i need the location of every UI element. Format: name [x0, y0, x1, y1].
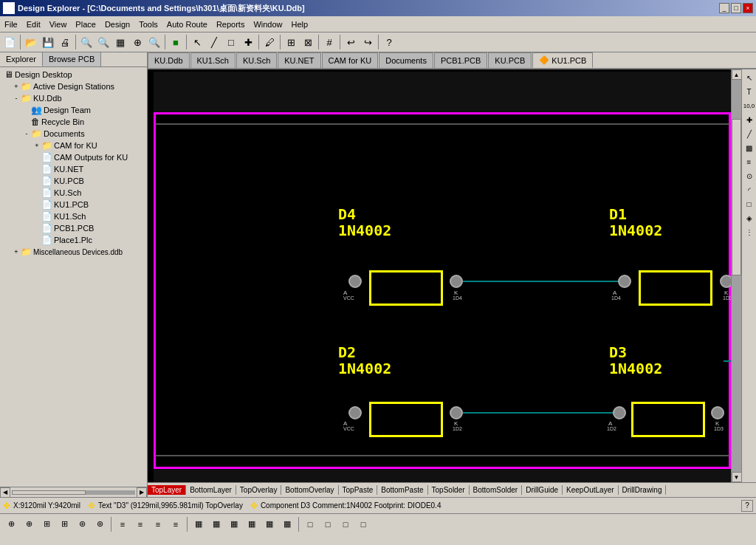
tb-redo[interactable]: ↪ — [360, 34, 376, 50]
bt-btn-8[interactable]: ≡ — [132, 516, 148, 532]
tb-paint[interactable]: 🖊 — [261, 34, 278, 50]
rt-btn-arc[interactable]: ◜ — [743, 183, 756, 196]
rt-btn-scale[interactable]: 10,0 — [743, 99, 756, 112]
tab-browse-pcb[interactable]: Browse PCB — [43, 52, 101, 66]
tree-cam-for-ku[interactable]: + 📁 CAM for KU — [1, 140, 145, 151]
tree-misc-devices[interactable]: + 📁 Miscellaneous Devices.ddb — [1, 246, 145, 258]
bt-btn-19[interactable]: □ — [337, 516, 354, 532]
tab-documents[interactable]: Documents — [379, 52, 433, 68]
tb-green[interactable]: ■ — [168, 34, 184, 50]
tab-ku-sch[interactable]: KU.Sch — [236, 52, 277, 68]
tree-design-team[interactable]: 👥 Design Team — [1, 104, 145, 116]
layer-toplayer[interactable]: TopLayer — [148, 485, 186, 495]
tree-recycle-bin[interactable]: 🗑 Recycle Bin — [1, 116, 145, 128]
tb-search2[interactable]: 🔍 — [95, 34, 111, 50]
tb-ic1[interactable]: ⊞ — [283, 34, 299, 50]
tree-pcb1[interactable]: 📄 PCB1.PCB — [1, 222, 145, 234]
bt-btn-15[interactable]: ▦ — [261, 516, 278, 532]
menu-tools[interactable]: Tools — [134, 18, 162, 30]
tree-active-stations[interactable]: + 📁 Active Design Stations — [1, 80, 145, 92]
tab-ku1-pcb[interactable]: 🔶 KU1.PCB — [532, 52, 593, 68]
rt-btn-lines[interactable]: ≡ — [743, 155, 756, 168]
bt-btn-5[interactable]: ⊛ — [74, 516, 90, 532]
menu-window[interactable]: Window — [249, 18, 286, 30]
bt-btn-18[interactable]: □ — [320, 516, 336, 532]
scroll-left-btn[interactable]: ◀ — [0, 487, 10, 498]
scroll-right-btn[interactable]: ▶ — [137, 487, 147, 498]
tb-undo[interactable]: ↩ — [343, 34, 359, 50]
tab-ku1-sch[interactable]: KU1.Sch — [190, 52, 236, 68]
tb-cross[interactable]: ✚ — [240, 34, 256, 50]
tab-cam-for-ku[interactable]: CAM for KU — [322, 52, 379, 68]
rt-btn-fill[interactable]: ▩ — [743, 141, 756, 154]
tb-help[interactable]: ? — [381, 34, 397, 50]
bt-btn-6[interactable]: ⊛ — [92, 516, 108, 532]
layer-topoverlay[interactable]: TopOverlay — [236, 485, 282, 495]
bt-btn-12[interactable]: ▦ — [208, 516, 224, 532]
pcb-canvas[interactable]: D41N4002 A VCC K 1D4 D11N40 — [148, 69, 741, 482]
tree-ku-ddb[interactable]: - 📁 KU.Ddb — [1, 92, 145, 104]
bt-btn-16[interactable]: ▦ — [279, 516, 295, 532]
menu-help[interactable]: Help — [287, 18, 313, 30]
rt-btn-t[interactable]: T — [743, 85, 756, 98]
maximize-button[interactable]: □ — [731, 3, 741, 13]
bt-btn-17[interactable]: □ — [302, 516, 318, 532]
left-scroll-track[interactable] — [12, 490, 135, 495]
menu-view[interactable]: View — [45, 18, 72, 30]
layer-toppaste[interactable]: TopPaste — [339, 485, 378, 495]
tree-cam-outputs[interactable]: 📄 CAM Outputs for KU — [1, 151, 145, 163]
menu-design[interactable]: Design — [100, 18, 134, 30]
menu-file[interactable]: File — [0, 18, 22, 30]
vscroll-track[interactable] — [732, 80, 741, 472]
close-button[interactable]: × — [743, 3, 753, 13]
layer-bottomsolder[interactable]: BottomSolder — [470, 485, 523, 495]
bt-btn-20[interactable]: □ — [355, 516, 371, 532]
layer-bottompaste[interactable]: BottomPaste — [377, 485, 427, 495]
tree-ku-pcb[interactable]: 📄 KU.PCB — [1, 175, 145, 187]
layer-drilldrawing[interactable]: DrillDrawing — [619, 485, 667, 495]
tree-ku1-pcb[interactable]: 📄 KU1.PCB — [1, 199, 145, 210]
tb-new[interactable]: 📄 — [1, 34, 18, 50]
tab-ku-net[interactable]: KU.NET — [278, 52, 320, 68]
tb-print[interactable]: 🖨 — [57, 34, 73, 50]
vscroll-thumb[interactable] — [732, 119, 741, 275]
scroll-up-btn[interactable]: ▲ — [732, 69, 742, 80]
scroll-down-btn[interactable]: ▼ — [732, 472, 742, 482]
left-scroll-thumb[interactable] — [12, 490, 86, 495]
left-hscroll[interactable]: ◀ ▶ — [0, 487, 147, 497]
tab-explorer[interactable]: Explorer — [0, 52, 43, 66]
tree-ku-net[interactable]: 📄 KU.NET — [1, 163, 145, 175]
layer-keepoutlayer[interactable]: KeepOutLayer — [563, 485, 619, 495]
tree-documents[interactable]: - 📁 Documents — [1, 128, 145, 140]
rt-btn-diamond[interactable]: ◈ — [743, 211, 756, 224]
bt-btn-1[interactable]: ⊕ — [3, 516, 19, 532]
tb-save[interactable]: 💾 — [40, 34, 56, 50]
vertical-scrollbar[interactable]: ▲ ▼ — [731, 69, 741, 482]
rt-btn-circle[interactable]: ⊙ — [743, 169, 756, 182]
tab-ku-pcb[interactable]: KU.PCB — [488, 52, 532, 68]
tb-arrow[interactable]: ↖ — [189, 34, 205, 50]
tb-ic2[interactable]: ⊠ — [300, 34, 316, 50]
rt-btn-diag[interactable]: ╱ — [743, 127, 756, 140]
tree-ku1-sch[interactable]: 📄 KU1.Sch — [1, 210, 145, 222]
rt-btn-cross[interactable]: ✚ — [743, 113, 756, 126]
title-bar-controls[interactable]: _ □ × — [719, 3, 753, 13]
bt-btn-9[interactable]: ≡ — [150, 516, 166, 532]
bt-btn-2[interactable]: ⊕ — [21, 516, 37, 532]
rt-btn-rect[interactable]: □ — [743, 197, 756, 210]
tree-ku-sch[interactable]: 📄 KU.Sch — [1, 187, 145, 199]
layer-drillguide[interactable]: DrillGuide — [522, 485, 563, 495]
layer-bottomlayer[interactable]: BottomLayer — [186, 485, 236, 495]
rt-btn-dots[interactable]: ⋮ — [743, 225, 756, 239]
bt-btn-10[interactable]: ≡ — [168, 516, 184, 532]
bt-btn-4[interactable]: ⊞ — [56, 516, 72, 532]
tb-rect[interactable]: □ — [223, 34, 239, 50]
menu-edit[interactable]: Edit — [22, 18, 45, 30]
bt-btn-11[interactable]: ▦ — [190, 516, 207, 532]
menu-reports[interactable]: Reports — [212, 18, 250, 30]
menu-place[interactable]: Place — [71, 18, 100, 30]
tree-place1[interactable]: 📄 Place1.Plc — [1, 234, 145, 246]
bt-btn-13[interactable]: ▦ — [226, 516, 242, 532]
rt-btn-1[interactable]: ↖ — [743, 71, 756, 84]
minimize-button[interactable]: _ — [719, 3, 729, 13]
